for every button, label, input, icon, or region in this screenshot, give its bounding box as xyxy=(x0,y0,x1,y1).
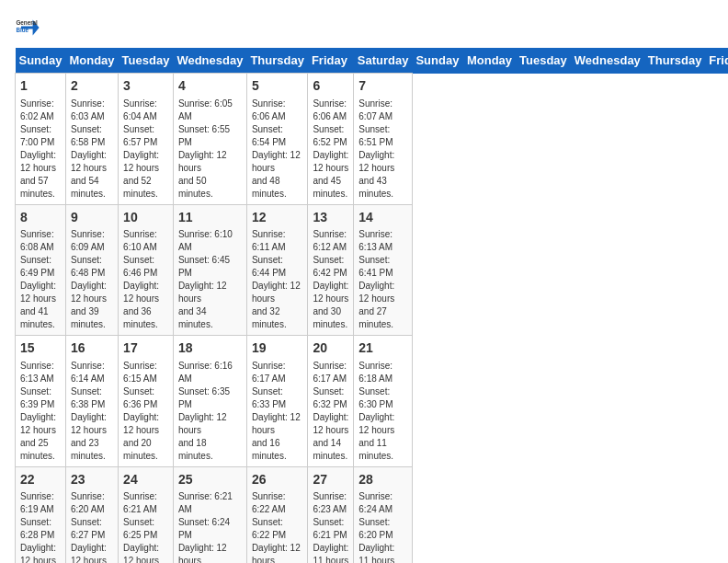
day-info: Sunrise: 6:10 AM Sunset: 6:46 PM Dayligh… xyxy=(123,228,168,331)
header-cell-friday: Friday xyxy=(308,48,354,74)
calendar-week-row: 22Sunrise: 6:19 AM Sunset: 6:28 PM Dayli… xyxy=(16,466,729,563)
day-number: 2 xyxy=(71,77,113,96)
day-info: Sunrise: 6:18 AM Sunset: 6:30 PM Dayligh… xyxy=(358,360,407,463)
header-thursday: Thursday xyxy=(644,48,706,74)
calendar-cell: 5Sunrise: 6:06 AM Sunset: 6:54 PM Daylig… xyxy=(246,74,308,205)
calendar-cell: 21Sunrise: 6:18 AM Sunset: 6:30 PM Dayli… xyxy=(354,336,413,467)
calendar-cell: 26Sunrise: 6:22 AM Sunset: 6:22 PM Dayli… xyxy=(246,466,308,563)
calendar-week-row: 1Sunrise: 6:02 AM Sunset: 7:00 PM Daylig… xyxy=(16,74,729,205)
calendar-cell: 15Sunrise: 6:13 AM Sunset: 6:39 PM Dayli… xyxy=(16,336,66,467)
calendar-cell: 8Sunrise: 6:08 AM Sunset: 6:49 PM Daylig… xyxy=(16,204,66,336)
calendar-cell: 12Sunrise: 6:11 AM Sunset: 6:44 PM Dayli… xyxy=(246,204,308,336)
day-number: 20 xyxy=(313,339,348,358)
day-number: 16 xyxy=(71,339,113,358)
calendar-cell: 6Sunrise: 6:06 AM Sunset: 6:52 PM Daylig… xyxy=(308,74,354,205)
day-info: Sunrise: 6:13 AM Sunset: 6:39 PM Dayligh… xyxy=(20,360,61,463)
calendar-cell: 10Sunrise: 6:10 AM Sunset: 6:46 PM Dayli… xyxy=(119,204,174,336)
day-number: 25 xyxy=(178,471,242,489)
day-number: 12 xyxy=(252,209,303,227)
day-number: 24 xyxy=(123,471,168,489)
calendar-cell: 11Sunrise: 6:10 AM Sunset: 6:45 PM Dayli… xyxy=(173,204,246,336)
day-info: Sunrise: 6:04 AM Sunset: 6:57 PM Dayligh… xyxy=(123,98,168,201)
header-friday: Friday xyxy=(705,48,728,74)
calendar-cell: 17Sunrise: 6:15 AM Sunset: 6:36 PM Dayli… xyxy=(119,336,174,467)
calendar-cell: 7Sunrise: 6:07 AM Sunset: 6:51 PM Daylig… xyxy=(354,74,413,205)
calendar-cell: 2Sunrise: 6:03 AM Sunset: 6:58 PM Daylig… xyxy=(65,74,118,205)
day-info: Sunrise: 6:05 AM Sunset: 6:55 PM Dayligh… xyxy=(178,98,242,201)
day-info: Sunrise: 6:23 AM Sunset: 6:21 PM Dayligh… xyxy=(313,490,348,563)
day-number: 10 xyxy=(123,209,168,227)
day-number: 15 xyxy=(20,339,61,358)
day-info: Sunrise: 6:17 AM Sunset: 6:33 PM Dayligh… xyxy=(252,360,303,463)
day-info: Sunrise: 6:17 AM Sunset: 6:32 PM Dayligh… xyxy=(313,360,348,463)
calendar-cell: 13Sunrise: 6:12 AM Sunset: 6:42 PM Dayli… xyxy=(308,204,354,336)
day-number: 4 xyxy=(178,77,242,96)
svg-text:General: General xyxy=(16,19,38,26)
day-number: 21 xyxy=(358,339,407,358)
day-info: Sunrise: 6:07 AM Sunset: 6:51 PM Dayligh… xyxy=(358,98,407,201)
calendar-cell: 18Sunrise: 6:16 AM Sunset: 6:35 PM Dayli… xyxy=(173,336,246,467)
day-number: 19 xyxy=(252,339,303,358)
day-number: 22 xyxy=(20,471,61,489)
day-info: Sunrise: 6:03 AM Sunset: 6:58 PM Dayligh… xyxy=(71,98,113,201)
calendar-cell: 1Sunrise: 6:02 AM Sunset: 7:00 PM Daylig… xyxy=(16,74,66,205)
logo-icon: General Blue xyxy=(15,15,40,40)
day-info: Sunrise: 6:02 AM Sunset: 7:00 PM Dayligh… xyxy=(20,98,61,201)
header-cell-saturday: Saturday xyxy=(354,48,413,74)
day-info: Sunrise: 6:13 AM Sunset: 6:41 PM Dayligh… xyxy=(358,228,407,331)
day-number: 23 xyxy=(71,471,113,489)
header-wednesday: Wednesday xyxy=(571,48,644,74)
day-info: Sunrise: 6:06 AM Sunset: 6:54 PM Dayligh… xyxy=(252,98,303,201)
day-info: Sunrise: 6:21 AM Sunset: 6:25 PM Dayligh… xyxy=(123,490,168,563)
day-number: 18 xyxy=(178,339,242,358)
day-info: Sunrise: 6:10 AM Sunset: 6:45 PM Dayligh… xyxy=(178,228,242,331)
day-number: 7 xyxy=(358,77,407,96)
day-number: 11 xyxy=(178,209,242,227)
day-number: 26 xyxy=(252,471,303,489)
day-info: Sunrise: 6:12 AM Sunset: 6:42 PM Dayligh… xyxy=(313,228,348,331)
calendar-cell: 27Sunrise: 6:23 AM Sunset: 6:21 PM Dayli… xyxy=(308,466,354,563)
day-info: Sunrise: 6:15 AM Sunset: 6:36 PM Dayligh… xyxy=(123,360,168,463)
calendar-cell: 14Sunrise: 6:13 AM Sunset: 6:41 PM Dayli… xyxy=(354,204,413,336)
calendar-cell: 22Sunrise: 6:19 AM Sunset: 6:28 PM Dayli… xyxy=(16,466,66,563)
calendar-cell: 20Sunrise: 6:17 AM Sunset: 6:32 PM Dayli… xyxy=(308,336,354,467)
header-cell-monday: Monday xyxy=(65,48,118,74)
day-number: 17 xyxy=(123,339,168,358)
day-info: Sunrise: 6:11 AM Sunset: 6:44 PM Dayligh… xyxy=(252,228,303,331)
calendar-cell: 16Sunrise: 6:14 AM Sunset: 6:38 PM Dayli… xyxy=(65,336,118,467)
header-cell-sunday: Sunday xyxy=(16,48,66,74)
day-number: 6 xyxy=(313,77,348,96)
calendar-week-row: 15Sunrise: 6:13 AM Sunset: 6:39 PM Dayli… xyxy=(16,336,729,467)
day-info: Sunrise: 6:22 AM Sunset: 6:22 PM Dayligh… xyxy=(252,490,303,563)
day-info: Sunrise: 6:16 AM Sunset: 6:35 PM Dayligh… xyxy=(178,360,242,463)
calendar-cell: 23Sunrise: 6:20 AM Sunset: 6:27 PM Dayli… xyxy=(65,466,118,563)
day-info: Sunrise: 6:06 AM Sunset: 6:52 PM Dayligh… xyxy=(313,98,348,201)
day-number: 8 xyxy=(20,209,61,227)
day-number: 9 xyxy=(71,209,113,227)
day-info: Sunrise: 6:21 AM Sunset: 6:24 PM Dayligh… xyxy=(178,490,242,563)
calendar-week-row: 8Sunrise: 6:08 AM Sunset: 6:49 PM Daylig… xyxy=(16,204,729,336)
calendar-cell: 19Sunrise: 6:17 AM Sunset: 6:33 PM Dayli… xyxy=(246,336,308,467)
calendar-cell: 4Sunrise: 6:05 AM Sunset: 6:55 PM Daylig… xyxy=(173,74,246,205)
calendar-table: SundayMondayTuesdayWednesdayThursdayFrid… xyxy=(15,48,728,563)
calendar-cell: 9Sunrise: 6:09 AM Sunset: 6:48 PM Daylig… xyxy=(65,204,118,336)
day-number: 13 xyxy=(313,209,348,227)
calendar-header-row: SundayMondayTuesdayWednesdayThursdayFrid… xyxy=(16,48,729,74)
day-info: Sunrise: 6:09 AM Sunset: 6:48 PM Dayligh… xyxy=(71,228,113,331)
logo: General Blue xyxy=(15,15,40,40)
day-number: 28 xyxy=(358,471,407,489)
calendar-cell: 28Sunrise: 6:24 AM Sunset: 6:20 PM Dayli… xyxy=(354,466,413,563)
calendar-cell: 24Sunrise: 6:21 AM Sunset: 6:25 PM Dayli… xyxy=(119,466,174,563)
calendar-cell: 25Sunrise: 6:21 AM Sunset: 6:24 PM Dayli… xyxy=(173,466,246,563)
header: General Blue xyxy=(15,15,713,40)
header-tuesday: Tuesday xyxy=(516,48,571,74)
header-cell-thursday: Thursday xyxy=(246,48,308,74)
calendar-cell: 3Sunrise: 6:04 AM Sunset: 6:57 PM Daylig… xyxy=(119,74,174,205)
header-cell-wednesday: Wednesday xyxy=(173,48,246,74)
header-sunday: Sunday xyxy=(412,48,462,74)
header-cell-tuesday: Tuesday xyxy=(119,48,174,74)
day-number: 5 xyxy=(252,77,303,96)
day-number: 1 xyxy=(20,77,61,96)
header-monday: Monday xyxy=(463,48,516,74)
day-info: Sunrise: 6:08 AM Sunset: 6:49 PM Dayligh… xyxy=(20,228,61,331)
